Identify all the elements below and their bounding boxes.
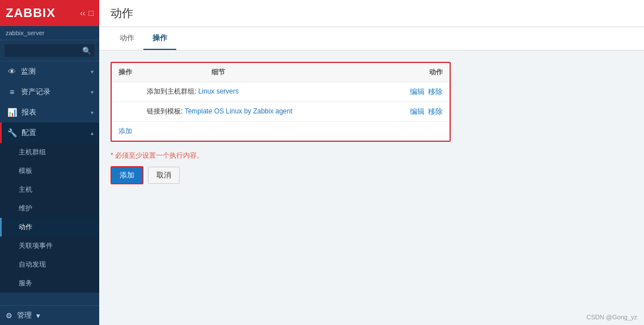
sidebar: ZABBIX ‹‹ □ zabbix_server 🔍 👁 监测 ▾ ≡ 资产记… — [0, 0, 99, 325]
monitor-arrow: ▾ — [91, 69, 94, 75]
ops-col-label-details: 细节 — [211, 67, 397, 77]
watermark: CSDN @Gong_yz — [587, 314, 637, 320]
sidebar-logo: ZABBIX — [6, 6, 56, 20]
tab-operation[interactable]: 操作 — [143, 27, 176, 50]
validation-message: * 必须至少设置一个执行内容。 — [111, 151, 633, 161]
sidebar-item-monitor[interactable]: 👁 监测 ▾ — [0, 61, 99, 82]
ops-row-1-remove[interactable]: 移除 — [428, 87, 443, 97]
reports-arrow: ▾ — [91, 109, 94, 116]
sidebar-submenu-maintenance[interactable]: 维护 — [0, 199, 99, 218]
ops-header-row: 操作 细节 动作 — [112, 63, 450, 82]
ops-row-1-edit[interactable]: 编辑 — [410, 87, 425, 97]
config-icon: 🔧 — [7, 128, 17, 137]
ops-row-2-edit[interactable]: 编辑 — [410, 107, 425, 117]
btn-row: 添加 取消 — [111, 166, 633, 184]
sidebar-header: ZABBIX ‹‹ □ — [0, 0, 99, 26]
search-icon: 🔍 — [82, 47, 91, 55]
page-tabs: 动作 操作 — [99, 27, 644, 50]
sidebar-submenu-discovery[interactable]: 自动发现 — [0, 255, 99, 274]
sidebar-item-assets[interactable]: ≡ 资产记录 ▾ — [0, 82, 99, 102]
sidebar-item-config[interactable]: 🔧 配置 ▴ — [0, 123, 99, 143]
sidebar-submenu-templates[interactable]: 模板 — [0, 162, 99, 180]
config-arrow: ▴ — [91, 130, 94, 136]
sidebar-submenu-hosts[interactable]: 主机 — [0, 180, 99, 199]
page-title: 动作 — [111, 6, 133, 21]
cancel-button[interactable]: 取消 — [148, 167, 180, 184]
ops-col-label-operations: 操作 — [118, 67, 211, 77]
ops-col-label-actions: 动作 — [397, 67, 443, 77]
sidebar-item-config-label: 配置 — [22, 128, 36, 138]
ops-add-link[interactable]: 添加 — [118, 127, 132, 135]
sidebar-admin-label: 管理 — [17, 310, 32, 320]
ops-row-2-link[interactable]: Template OS Linux by Zabbix agent — [185, 107, 293, 115]
sidebar-submenu-hostgroups[interactable]: 主机群组 — [0, 143, 99, 162]
page-header: 动作 — [99, 0, 644, 27]
reports-icon: 📊 — [7, 108, 17, 117]
sidebar-item-monitor-label: 监测 — [21, 66, 36, 77]
ops-row-1-detail: 添加到主机群组: Linux servers — [147, 87, 397, 96]
sidebar-submenu: 主机群组 模板 主机 维护 动作 关联项事件 自动发现 服务 — [0, 143, 99, 293]
sidebar-search-container: 🔍 — [0, 40, 99, 61]
sidebar-submenu-services[interactable]: 服务 — [0, 274, 99, 293]
sidebar-item-assets-label: 资产记录 — [21, 87, 50, 97]
sidebar-menu: 👁 监测 ▾ ≡ 资产记录 ▾ 📊 报表 ▾ 🔧 配置 ▴ 主机群组 模板 主机… — [0, 61, 99, 305]
ops-add-link-container: 添加 — [112, 122, 450, 141]
ops-row-2: 链接到模板: Template OS Linux by Zabbix agent… — [112, 102, 450, 122]
ops-row-1: 添加到主机群组: Linux servers 编辑 移除 — [112, 82, 450, 102]
admin-icon: ⚙ — [6, 311, 12, 320]
add-button[interactable]: 添加 — [111, 166, 143, 184]
sidebar-submenu-corr[interactable]: 关联项事件 — [0, 237, 99, 255]
ops-row-2-detail: 链接到模板: Template OS Linux by Zabbix agent — [147, 107, 397, 116]
sidebar-header-icons: ‹‹ □ — [80, 9, 94, 18]
assets-icon: ≡ — [7, 87, 16, 96]
ops-row-2-actions: 编辑 移除 — [397, 107, 443, 117]
ops-row-1-prefix: 添加到主机群组: — [147, 87, 198, 95]
collapse-icon[interactable]: ‹‹ — [80, 9, 85, 18]
operations-table: 操作 细节 动作 添加到主机群组: Linux servers 编辑 移除 链 — [111, 62, 451, 142]
ops-row-1-link[interactable]: Linux servers — [198, 87, 239, 95]
search-input[interactable] — [5, 44, 95, 57]
admin-arrow: ▾ — [36, 311, 40, 320]
tab-action[interactable]: 动作 — [111, 27, 143, 50]
ops-row-1-actions: 编辑 移除 — [397, 87, 443, 97]
ops-row-2-remove[interactable]: 移除 — [428, 107, 443, 117]
page-body: 操作 细节 动作 添加到主机群组: Linux servers 编辑 移除 链 — [99, 50, 644, 325]
monitor-icon: 👁 — [7, 67, 16, 76]
sidebar-username: zabbix_server — [0, 26, 99, 40]
sidebar-item-reports-label: 报表 — [22, 107, 36, 117]
main-content: 动作 动作 操作 操作 细节 动作 添加到主机群组: Linux servers… — [99, 0, 644, 325]
sidebar-item-reports[interactable]: 📊 报表 ▾ — [0, 102, 99, 123]
sidebar-submenu-actions[interactable]: 动作 — [0, 218, 99, 237]
ops-row-2-prefix: 链接到模板: — [147, 107, 185, 115]
layout-icon[interactable]: □ — [89, 9, 94, 18]
assets-arrow: ▾ — [91, 89, 94, 95]
sidebar-admin[interactable]: ⚙ 管理 ▾ — [0, 305, 99, 325]
